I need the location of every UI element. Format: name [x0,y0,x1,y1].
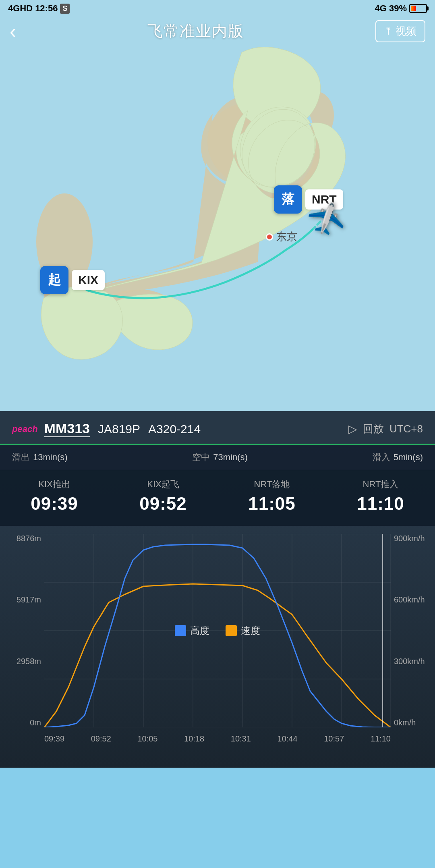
origin-badge: 起 [40,266,68,294]
x-label-5: 10:44 [278,734,298,743]
x-label-6: 10:57 [324,734,344,743]
page-title: 飞常准业内版 [147,21,244,42]
y-right-label-3: 600km/h [394,595,425,604]
gate-in-time: 11:10 [330,494,431,514]
y-left-label-2: 2958m [17,657,41,666]
y-left-label-3: 5917m [17,595,41,604]
map-svg [0,0,435,411]
speed-legend-color [226,625,237,636]
battery-icon [409,4,427,13]
taxi-in-label: 滑入 [373,451,390,463]
taxi-in-duration: 5min(s) [394,452,423,463]
share-button[interactable]: ⤒ 视频 [375,20,425,42]
status-bar: 4GHD 12:56 S 4G 39% [0,0,435,17]
share-label: 视频 [396,24,416,38]
map-section: 起 KIX 落 NRT 东京 ✈️ [0,0,435,411]
flight-header: peach MM313 JA819P A320-214 ▷ 回放 UTC+8 [0,411,435,445]
y-axis-left: 8876m 5917m 2958m 0m [12,534,44,727]
legend-speed: 速度 [226,624,260,637]
share-icon: ⤒ [384,26,392,37]
origin-airport: 起 KIX [40,266,105,294]
y-right-label-2: 300km/h [394,657,425,666]
landing-time: 11:05 [222,494,322,514]
replay-label[interactable]: 回放 [363,422,384,436]
airborne-duration: 73min(s) [213,452,248,463]
back-button[interactable]: ‹ [10,20,16,42]
taxi-out-phase: 滑出 13min(s) [12,451,68,463]
notification-icon: S [60,4,70,14]
y-left-label-1: 0m [30,718,41,727]
network-type: 4G [375,3,387,14]
status-left: 4GHD 12:56 S [8,3,70,14]
city-label-tokyo: 东京 [266,230,297,244]
aircraft-type: A320-214 [148,422,201,436]
gate-in-event: NRT推入 [330,478,431,490]
city-dot [266,233,273,241]
gate-in-time-col: NRT推入 11:10 [326,474,435,518]
play-icon[interactable]: ▷ [348,422,357,436]
speed-line [44,584,391,727]
y-right-label-4: 900km/h [394,534,425,543]
top-nav: ‹ 飞常准业内版 ⤒ 视频 [0,16,435,46]
y-left-label-4: 8876m [17,534,41,543]
landing-time-col: NRT落地 11:05 [218,474,326,518]
y-right-label-1: 0km/h [394,718,416,727]
x-label-4: 10:31 [231,734,251,743]
taxi-out-duration: 13min(s) [33,452,68,463]
battery-percent: 39% [389,3,407,14]
pushback-time-col: KIX推出 09:39 [0,474,109,518]
altitude-legend-color [175,625,186,636]
aircraft-registration: JA819P [98,422,140,436]
airborne-label: 空中 [192,451,210,463]
dest-badge: 落 [274,185,302,214]
chart-container: 8876m 5917m 2958m 0m 900km/h 600km/h 300… [12,534,423,743]
pushback-event: KIX推出 [4,478,105,490]
speed-legend-label: 速度 [241,624,260,637]
landing-event: NRT落地 [222,478,322,490]
x-axis-labels: 09:39 09:52 10:05 10:18 10:31 10:44 10:5… [44,734,391,743]
airline-logo: peach [12,424,38,434]
taxi-out-label: 滑出 [12,451,30,463]
legend-altitude: 高度 [175,624,209,637]
chart-section: 8876m 5917m 2958m 0m 900km/h 600km/h 300… [0,526,435,768]
signal-strength: 4GHD [8,3,33,14]
status-right: 4G 39% [375,3,427,14]
time-display: 12:56 [35,3,58,14]
altitude-legend-label: 高度 [190,624,209,637]
bottom-panel: peach MM313 JA819P A320-214 ▷ 回放 UTC+8 滑… [0,411,435,768]
flight-times-grid: KIX推出 09:39 KIX起飞 09:52 NRT落地 11:05 NRT推… [0,470,435,526]
x-label-0: 09:39 [44,734,64,743]
takeoff-time-col: KIX起飞 09:52 [109,474,218,518]
airborne-phase: 空中 73min(s) [192,451,248,463]
x-label-7: 11:10 [371,734,391,743]
origin-code: KIX [72,270,105,290]
x-label-2: 10:05 [137,734,157,743]
phase-durations-row: 滑出 13min(s) 空中 73min(s) 滑入 5min(s) [0,445,435,470]
x-label-1: 09:52 [91,734,111,743]
takeoff-time: 09:52 [113,494,213,514]
takeoff-event: KIX起飞 [113,478,213,490]
flight-number: MM313 [44,421,90,437]
chart-legend: 高度 速度 [175,624,260,637]
y-axis-right: 900km/h 600km/h 300km/h 0km/h [391,534,423,727]
pushback-time: 09:39 [4,494,105,514]
x-label-3: 10:18 [184,734,204,743]
flight-header-right: ▷ 回放 UTC+8 [348,422,423,436]
chart-area: 高度 速度 [44,534,391,727]
timezone-label: UTC+8 [389,423,423,435]
city-name: 东京 [276,230,297,244]
taxi-in-phase: 滑入 5min(s) [373,451,423,463]
